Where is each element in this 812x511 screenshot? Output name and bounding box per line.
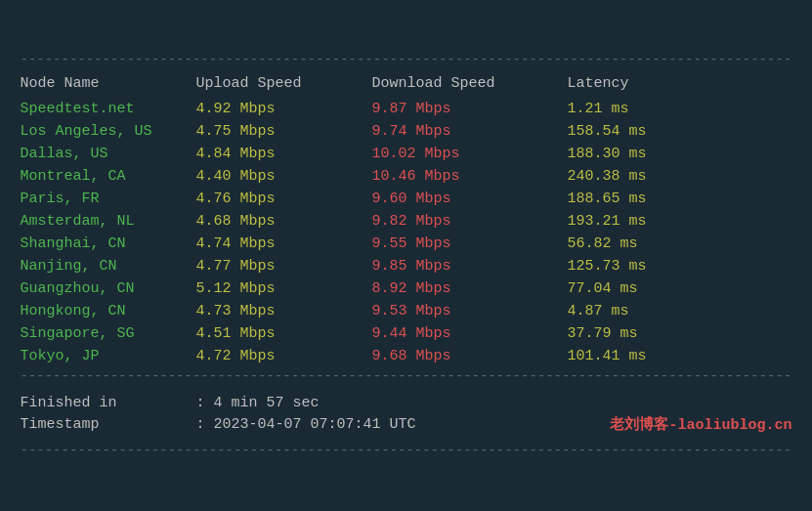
cell-latency: 125.73 ms (568, 258, 744, 275)
table-row: Shanghai, CN 4.74 Mbps 9.55 Mbps 56.82 m… (21, 233, 792, 255)
finished-row: Finished in : 4 min 57 sec (21, 393, 792, 413)
main-container: ----------------------------------------… (21, 51, 792, 461)
cell-download: 8.92 Mbps (372, 280, 568, 297)
cell-node: Amsterdam, NL (21, 213, 196, 230)
header-latency: Latency (568, 75, 744, 92)
cell-latency: 37.79 ms (568, 325, 744, 342)
timestamp-left: Timestamp : 2023-04-07 07:07:41 UTC (21, 416, 416, 433)
finished-value: : 4 min 57 sec (196, 395, 320, 411)
cell-node: Singapore, SG (21, 325, 196, 342)
cell-upload: 4.92 Mbps (196, 101, 372, 117)
cell-node: Dallas, US (21, 146, 196, 162)
cell-download: 9.44 Mbps (372, 325, 568, 342)
cell-node: Guangzhou, CN (21, 280, 196, 297)
table-row: Singapore, SG 4.51 Mbps 9.44 Mbps 37.79 … (21, 322, 792, 345)
cell-node: Paris, FR (21, 191, 196, 207)
cell-node: Nanjing, CN (21, 258, 196, 275)
cell-upload: 4.51 Mbps (196, 325, 372, 342)
cell-latency: 1.21 ms (568, 101, 744, 117)
table-row: Speedtest.net 4.92 Mbps 9.87 Mbps 1.21 m… (21, 98, 792, 120)
cell-latency: 56.82 ms (568, 235, 744, 252)
cell-upload: 4.84 Mbps (196, 146, 372, 162)
cell-download: 9.74 Mbps (372, 123, 568, 140)
middle-divider: ----------------------------------------… (21, 367, 792, 387)
table-row: Guangzhou, CN 5.12 Mbps 8.92 Mbps 77.04 … (21, 277, 792, 300)
timestamp-value: : 2023-04-07 07:07:41 UTC (196, 416, 416, 433)
header-download: Download Speed (372, 75, 568, 92)
table-body: Speedtest.net 4.92 Mbps 9.87 Mbps 1.21 m… (21, 98, 792, 367)
cell-upload: 4.40 Mbps (196, 168, 372, 185)
cell-download: 9.55 Mbps (372, 235, 568, 252)
watermark: 老刘博客-laoliublog.cn (610, 415, 791, 434)
cell-upload: 4.77 Mbps (196, 258, 372, 275)
cell-upload: 4.73 Mbps (196, 303, 372, 319)
cell-download: 9.82 Mbps (372, 213, 568, 230)
table-row: Montreal, CA 4.40 Mbps 10.46 Mbps 240.38… (21, 165, 792, 188)
table-row: Nanjing, CN 4.77 Mbps 9.85 Mbps 125.73 m… (21, 255, 792, 277)
cell-node: Montreal, CA (21, 168, 196, 185)
cell-latency: 193.21 ms (568, 213, 744, 230)
cell-download: 9.68 Mbps (372, 348, 568, 364)
table-row: Paris, FR 4.76 Mbps 9.60 Mbps 188.65 ms (21, 188, 792, 210)
table-row: Dallas, US 4.84 Mbps 10.02 Mbps 188.30 m… (21, 143, 792, 165)
header-upload: Upload Speed (196, 75, 372, 92)
cell-upload: 4.72 Mbps (196, 348, 372, 364)
cell-node: Tokyo, JP (21, 348, 196, 364)
cell-latency: 4.87 ms (568, 303, 744, 319)
timestamp-label: Timestamp (21, 416, 196, 433)
cell-download: 9.53 Mbps (372, 303, 568, 319)
bottom-divider: ----------------------------------------… (21, 442, 792, 461)
table-row: Tokyo, JP 4.72 Mbps 9.68 Mbps 101.41 ms (21, 345, 792, 367)
cell-download: 9.85 Mbps (372, 258, 568, 275)
cell-latency: 77.04 ms (568, 280, 744, 297)
cell-node: Speedtest.net (21, 101, 196, 117)
finished-label: Finished in (21, 395, 196, 411)
table-header: Node Name Upload Speed Download Speed La… (21, 69, 792, 98)
table-row: Amsterdam, NL 4.68 Mbps 9.82 Mbps 193.21… (21, 210, 792, 233)
cell-upload: 4.75 Mbps (196, 123, 372, 140)
cell-latency: 101.41 ms (568, 348, 744, 364)
cell-node: Hongkong, CN (21, 303, 196, 319)
cell-upload: 4.74 Mbps (196, 235, 372, 252)
cell-download: 9.60 Mbps (372, 191, 568, 207)
table-row: Hongkong, CN 4.73 Mbps 9.53 Mbps 4.87 ms (21, 300, 792, 322)
cell-upload: 4.76 Mbps (196, 191, 372, 207)
cell-latency: 188.30 ms (568, 146, 744, 162)
table-row: Los Angeles, US 4.75 Mbps 9.74 Mbps 158.… (21, 120, 792, 143)
footer-section: Finished in : 4 min 57 sec Timestamp : 2… (21, 387, 792, 442)
timestamp-row: Timestamp : 2023-04-07 07:07:41 UTC 老刘博客… (21, 413, 792, 436)
header-node: Node Name (21, 75, 196, 92)
cell-node: Los Angeles, US (21, 123, 196, 140)
cell-download: 9.87 Mbps (372, 101, 568, 117)
top-divider: ----------------------------------------… (21, 51, 792, 70)
cell-download: 10.46 Mbps (372, 168, 568, 185)
cell-latency: 240.38 ms (568, 168, 744, 185)
cell-node: Shanghai, CN (21, 235, 196, 252)
cell-download: 10.02 Mbps (372, 146, 568, 162)
cell-upload: 4.68 Mbps (196, 213, 372, 230)
cell-upload: 5.12 Mbps (196, 280, 372, 297)
cell-latency: 158.54 ms (568, 123, 744, 140)
cell-latency: 188.65 ms (568, 191, 744, 207)
